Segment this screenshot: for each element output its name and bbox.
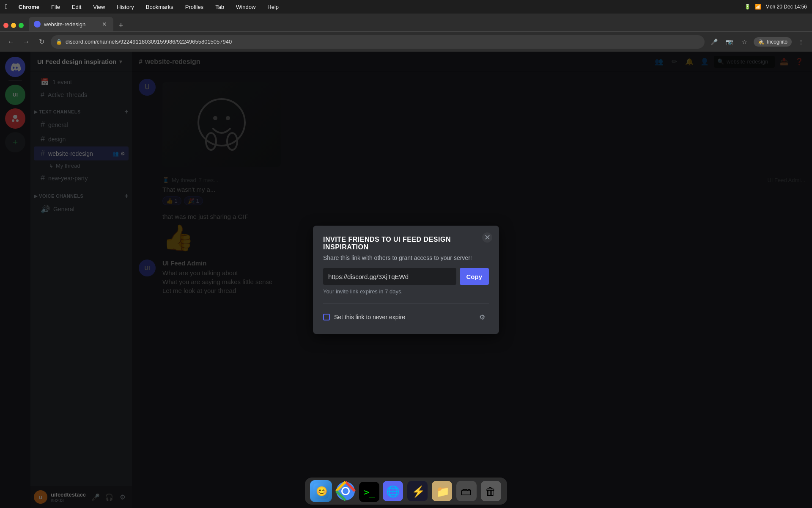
finder-icon: 😊 xyxy=(313,483,329,499)
svg-text:🗑: 🗑 xyxy=(485,485,496,498)
expire-text: Your invite link expires in 7 days. xyxy=(323,288,489,295)
never-expire-label[interactable]: Set this link to never expire xyxy=(334,314,471,320)
forward-button[interactable]: → xyxy=(20,36,32,48)
terminal-icon: >_ xyxy=(364,487,375,497)
window-minimize[interactable] xyxy=(11,23,16,28)
bookmark-star-icon[interactable]: ☆ xyxy=(738,36,750,48)
invite-modal: ✕ INVITE FRIENDS TO UI FEED DESIGN INSPI… xyxy=(313,226,499,334)
menu-bar:  Chrome File Edit View History Bookmark… xyxy=(0,0,812,14)
modal-divider xyxy=(323,303,489,304)
svg-text:🌐: 🌐 xyxy=(386,485,400,498)
apple-menu-icon[interactable]:  xyxy=(5,3,8,11)
menu-bar-right: 🔋 📶 Mon 20 Dec 14:56 xyxy=(744,4,807,10)
menu-view[interactable]: View xyxy=(91,3,107,11)
trash-icon: 🗑 xyxy=(481,481,501,501)
menu-profiles[interactable]: Profiles xyxy=(183,3,206,11)
dock: 😊 >_ 🌐 ⚡ 📁 🗃 xyxy=(305,478,507,505)
zap-icon: ⚡ xyxy=(407,481,428,501)
tab-favicon xyxy=(34,21,41,28)
svg-point-12 xyxy=(343,488,348,494)
invite-link-row: Copy xyxy=(323,268,489,285)
clock: Mon 20 Dec 14:56 xyxy=(765,4,807,10)
menu-file[interactable]: File xyxy=(49,3,63,11)
svg-text:⚡: ⚡ xyxy=(411,485,425,498)
menu-bookmarks[interactable]: Bookmarks xyxy=(143,3,176,11)
menu-help[interactable]: Help xyxy=(265,3,281,11)
dock-terminal[interactable]: >_ xyxy=(359,482,379,502)
mic-icon[interactable]: 🎤 xyxy=(708,36,720,48)
address-bar: ← → ↻ 🔒 discord.com/channels/92249118030… xyxy=(0,31,812,52)
tab-title: website-redesign xyxy=(44,21,97,28)
menu-tab[interactable]: Tab xyxy=(213,3,227,11)
dock-archive[interactable]: 🗃 xyxy=(455,480,477,502)
menu-chrome[interactable]: Chrome xyxy=(16,3,42,11)
chrome-dock-icon xyxy=(335,481,356,501)
menu-edit[interactable]: Edit xyxy=(69,3,84,11)
browser-tab[interactable]: website-redesign ✕ xyxy=(29,17,113,31)
never-expire-row: Set this link to never expire ⚙ xyxy=(323,310,489,324)
svg-text:🗃: 🗃 xyxy=(461,485,472,498)
modal-title: INVITE FRIENDS TO UI FEED DESIGN INSPIRA… xyxy=(323,236,489,251)
dock-finder[interactable]: 😊 xyxy=(310,480,332,502)
dock-files[interactable]: 📁 xyxy=(431,480,453,502)
lock-icon: 🔒 xyxy=(56,39,62,45)
window-close[interactable] xyxy=(3,23,8,28)
files-icon: 📁 xyxy=(432,481,452,501)
dock-zap[interactable]: ⚡ xyxy=(406,480,428,502)
tab-close-button[interactable]: ✕ xyxy=(101,20,108,28)
back-button[interactable]: ← xyxy=(5,36,17,48)
modal-overlay[interactable]: ✕ INVITE FRIENDS TO UI FEED DESIGN INSPI… xyxy=(0,52,812,508)
archive-icon: 🗃 xyxy=(456,481,477,501)
browser2-icon: 🌐 xyxy=(383,481,403,501)
svg-text:😊: 😊 xyxy=(316,486,328,497)
window-maximize[interactable] xyxy=(19,23,24,28)
new-tab-button[interactable]: + xyxy=(115,19,127,31)
screenshot-icon[interactable]: 📷 xyxy=(723,36,735,48)
copy-button[interactable]: Copy xyxy=(460,268,489,285)
invite-settings-icon[interactable]: ⚙ xyxy=(475,310,489,324)
wifi-icon: 📶 xyxy=(755,4,761,10)
menu-window[interactable]: Window xyxy=(233,3,258,11)
dock-trash[interactable]: 🗑 xyxy=(480,480,502,502)
never-expire-checkbox[interactable] xyxy=(323,314,330,320)
url-bar[interactable]: 🔒 discord.com/channels/92249118030915998… xyxy=(51,35,705,49)
app-layout: UI + UI Feed design inspiration ▼ 📅 1 ev… xyxy=(0,52,812,508)
dock-chrome[interactable] xyxy=(335,480,357,502)
tab-bar: website-redesign ✕ + xyxy=(0,14,812,31)
incognito-label: Incognito xyxy=(767,39,787,45)
url-text: discord.com/channels/922491180309159986/… xyxy=(66,39,232,45)
svg-text:📁: 📁 xyxy=(436,485,450,498)
menu-history[interactable]: History xyxy=(114,3,136,11)
dock-browser2[interactable]: 🌐 xyxy=(382,480,404,502)
modal-close-button[interactable]: ✕ xyxy=(482,232,492,243)
invite-link-input[interactable] xyxy=(323,268,456,285)
incognito-button[interactable]: 🕵️ Incognito xyxy=(754,37,792,47)
incognito-avatar-icon: 🕵️ xyxy=(758,39,764,45)
modal-subtitle: Share this link with others to grant acc… xyxy=(323,254,489,261)
chrome-menu-icon[interactable]: ⋮ xyxy=(795,36,807,48)
address-bar-right: 🎤 📷 ☆ 🕵️ Incognito ⋮ xyxy=(708,36,807,48)
reload-button[interactable]: ↻ xyxy=(36,36,47,48)
battery-icon: 🔋 xyxy=(744,4,751,10)
